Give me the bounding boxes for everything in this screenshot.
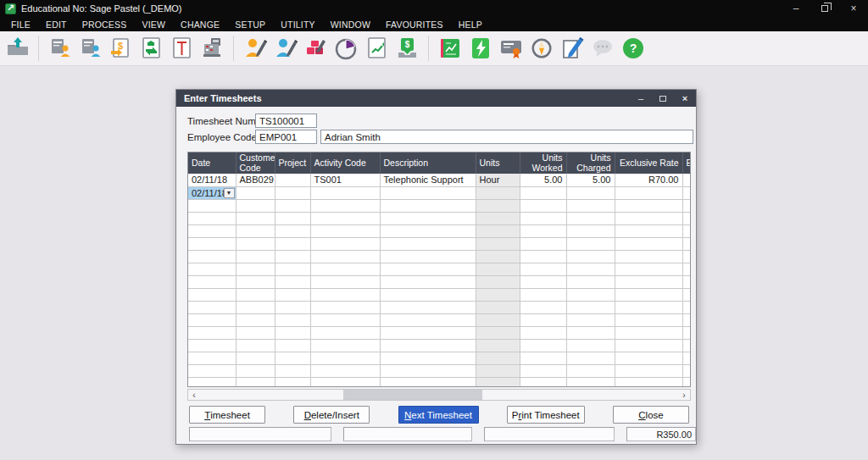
grid-cell[interactable] [275, 263, 310, 275]
grid-cell[interactable] [682, 326, 691, 339]
grid-cell[interactable] [520, 364, 566, 377]
grid-cell[interactable] [380, 224, 476, 237]
grid-cell[interactable] [682, 250, 691, 263]
grid-cell[interactable] [275, 364, 310, 377]
grid-cell[interactable] [476, 250, 520, 263]
grid-cell[interactable] [520, 186, 566, 199]
grid-cell[interactable] [520, 212, 566, 224]
grid-cell[interactable] [310, 212, 380, 224]
employee-code-input[interactable]: EMP001 [255, 130, 317, 144]
next-timesheet-button[interactable]: Next Timesheet [398, 406, 479, 424]
dialog-close-button[interactable]: × [674, 90, 696, 107]
grid-cell[interactable] [275, 326, 310, 339]
grid-column-header[interactable]: Exclusive Rate [615, 152, 682, 174]
grid-cell[interactable] [380, 212, 476, 224]
grid-cell[interactable] [236, 339, 275, 352]
grid-cell[interactable] [476, 199, 520, 212]
grid-cell[interactable] [476, 339, 520, 352]
grid-cell[interactable] [236, 326, 275, 339]
grid-cell[interactable] [615, 224, 682, 237]
grid-column-header[interactable]: Activity Code [310, 152, 380, 174]
grid-cell[interactable] [236, 288, 275, 301]
grid-cell[interactable] [275, 199, 310, 212]
grid-cell[interactable] [236, 212, 275, 224]
grid-cell[interactable] [476, 288, 520, 301]
window-close-button[interactable]: × [839, 0, 868, 17]
grid-cell[interactable] [476, 237, 520, 250]
menu-help[interactable]: HELP [451, 17, 490, 31]
grid-cell[interactable] [566, 250, 615, 263]
chat-icon[interactable] [590, 36, 615, 61]
grid-cell[interactable] [682, 174, 691, 186]
grid-cell[interactable] [275, 174, 310, 186]
grid-cell[interactable] [566, 186, 615, 199]
grid-cell[interactable] [615, 275, 682, 288]
grid-cell[interactable] [236, 250, 275, 263]
grid-cell[interactable] [188, 352, 236, 364]
grid-cell[interactable] [380, 275, 476, 288]
grid-cell[interactable] [275, 275, 310, 288]
grid-cell[interactable]: 02/11/18▼ [188, 186, 236, 199]
grid-cell[interactable] [682, 364, 691, 377]
grid-cell[interactable] [236, 237, 275, 250]
grid-cell[interactable] [236, 186, 275, 199]
grid-cell[interactable]: 5.00 [520, 174, 566, 186]
grid-cell[interactable] [566, 301, 615, 313]
grid-cell[interactable] [310, 186, 380, 199]
grid-column-header[interactable]: Customer Code [236, 152, 275, 174]
menu-view[interactable]: VIEW [134, 17, 173, 31]
grid-cell[interactable] [615, 186, 682, 199]
grid-cell[interactable]: Telephonic Support [380, 174, 476, 186]
grid-cell[interactable] [566, 313, 615, 326]
grid-cell[interactable] [476, 186, 520, 199]
grid-column-header[interactable]: Units Charged [566, 152, 615, 174]
menu-utility[interactable]: UTILITY [273, 17, 323, 31]
delete-insert-button[interactable]: Delete/Insert [293, 406, 370, 424]
grid-cell[interactable] [520, 237, 566, 250]
close-button[interactable]: Close [613, 406, 689, 424]
timesheet-number-input[interactable]: TS100001 [255, 114, 317, 128]
grid-cell[interactable] [310, 352, 380, 364]
grid-cell[interactable] [188, 339, 236, 352]
grid-cell[interactable] [310, 199, 380, 212]
grid-column-header[interactable]: Project [275, 152, 310, 174]
grid-cell[interactable] [188, 377, 236, 387]
grid-cell[interactable] [310, 364, 380, 377]
grid-cell[interactable] [566, 275, 615, 288]
document-bank-icon[interactable] [139, 36, 164, 61]
grid-column-header[interactable]: Units Worked [520, 152, 566, 174]
grid-cell[interactable] [566, 364, 615, 377]
grid-cell[interactable] [520, 224, 566, 237]
document-customer-icon[interactable] [47, 36, 72, 61]
grid-cell[interactable] [188, 288, 236, 301]
grid-cell[interactable] [380, 339, 476, 352]
grid-cell[interactable] [520, 339, 566, 352]
grid-cell[interactable] [615, 237, 682, 250]
grid-cell[interactable] [275, 186, 310, 199]
grid-cell[interactable] [275, 339, 310, 352]
grid-cell[interactable] [520, 326, 566, 339]
grid-cell[interactable] [188, 237, 236, 250]
grid-cell[interactable] [188, 224, 236, 237]
menu-favourites[interactable]: FAVOURITES [378, 17, 451, 31]
scroll-left-arrow-icon[interactable]: ‹ [188, 390, 200, 400]
grid-cell[interactable] [682, 237, 691, 250]
grid-cell[interactable] [380, 199, 476, 212]
certificate-icon[interactable] [498, 36, 523, 61]
grid-cell[interactable] [476, 313, 520, 326]
date-dropdown-button[interactable]: ▼ [224, 188, 235, 198]
grid-cell[interactable] [380, 326, 476, 339]
grid-cell[interactable]: 02/11/18 [188, 174, 236, 186]
grid-cell[interactable] [310, 301, 380, 313]
grid-cell[interactable] [682, 224, 691, 237]
menu-process[interactable]: PROCESS [75, 17, 135, 31]
dialog-titlebar[interactable]: Enter Timesheets – × [176, 90, 696, 107]
grid-cell[interactable] [682, 186, 691, 199]
menu-window[interactable]: WINDOW [323, 17, 378, 31]
report-trend-icon[interactable] [364, 36, 389, 61]
grid-cell[interactable] [520, 352, 566, 364]
grid-cell[interactable] [380, 352, 476, 364]
grid-cell[interactable] [236, 352, 275, 364]
document-supplier-icon[interactable] [78, 36, 103, 61]
grid-cell[interactable] [476, 352, 520, 364]
